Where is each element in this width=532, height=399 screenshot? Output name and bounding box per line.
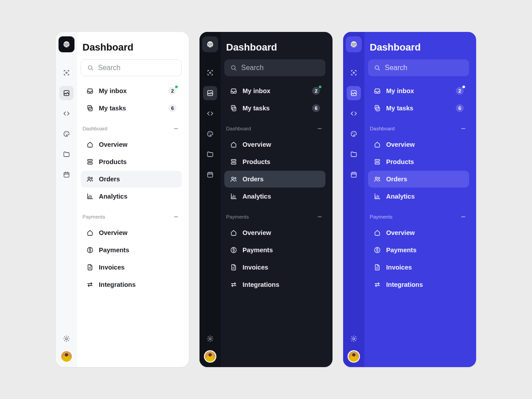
nav-integrations[interactable]: Integrations <box>368 276 469 293</box>
nav-orders[interactable]: Orders <box>224 171 325 188</box>
rail-settings[interactable] <box>59 332 74 346</box>
nav-invoices[interactable]: Invoices <box>81 259 182 276</box>
personal-my tasks[interactable]: My tasks 6 <box>224 100 325 117</box>
logo-icon <box>63 40 70 48</box>
nav-overview[interactable]: Overview <box>368 224 469 241</box>
avatar[interactable] <box>204 350 216 363</box>
count-badge: 2 <box>168 87 176 95</box>
nav-invoices[interactable]: Invoices <box>368 259 469 276</box>
avatar[interactable] <box>60 350 73 363</box>
section-header[interactable]: Payments <box>82 213 180 221</box>
rail-image[interactable] <box>347 86 361 100</box>
folder-icon <box>350 150 358 158</box>
nav-integrations[interactable]: Integrations <box>81 276 182 293</box>
section-header[interactable]: Dashboard <box>226 125 324 133</box>
rail-scan[interactable] <box>59 66 74 80</box>
code-icon <box>350 110 358 117</box>
nav-overview[interactable]: Overview <box>81 224 182 241</box>
rail-calendar[interactable] <box>347 168 361 182</box>
minus-icon <box>316 213 324 221</box>
personal-my inbox[interactable]: My inbox 2 <box>368 82 469 99</box>
section-header[interactable]: Dashboard <box>370 125 467 133</box>
personal-my tasks[interactable]: My tasks 6 <box>81 100 182 117</box>
app-logo[interactable] <box>202 36 218 52</box>
nav-overview[interactable]: Overview <box>81 136 182 153</box>
rail-code[interactable] <box>203 106 217 121</box>
rail-palette[interactable] <box>59 127 74 141</box>
nav-label: Integrations <box>386 281 423 288</box>
nav-payments[interactable]: Payments <box>81 242 182 258</box>
nav-rail <box>56 32 77 367</box>
nav-label: Products <box>386 158 414 165</box>
nav-label: Products <box>99 158 127 165</box>
rail-folder[interactable] <box>59 147 74 161</box>
users-icon <box>86 175 94 183</box>
nav-analytics[interactable]: Analytics <box>368 188 469 205</box>
dollar-icon <box>373 246 381 254</box>
inbox-icon <box>86 87 94 95</box>
gear-icon <box>206 335 214 343</box>
nav-label: Analytics <box>386 193 415 200</box>
rail-calendar[interactable] <box>59 168 74 182</box>
nav-integrations[interactable]: Integrations <box>224 276 325 293</box>
rail-code[interactable] <box>347 106 361 121</box>
nav-payments[interactable]: Payments <box>368 242 469 258</box>
notification-dot <box>319 86 321 88</box>
search-input[interactable]: Search <box>224 59 325 76</box>
section-header[interactable]: Payments <box>226 213 324 221</box>
app-logo[interactable] <box>346 36 362 52</box>
search-icon <box>86 64 94 72</box>
rail-scan[interactable] <box>347 66 361 80</box>
home-icon <box>86 141 94 149</box>
search-input[interactable]: Search <box>368 59 469 76</box>
nav-orders[interactable]: Orders <box>368 171 469 188</box>
search-placeholder: Search <box>98 64 121 72</box>
nav-label: Payments <box>386 246 417 254</box>
nav-analytics[interactable]: Analytics <box>81 188 182 205</box>
rail-settings[interactable] <box>347 332 361 346</box>
chart-icon <box>86 192 94 200</box>
nav-analytics[interactable]: Analytics <box>224 188 325 205</box>
nav-overview[interactable]: Overview <box>368 136 469 153</box>
nav-products[interactable]: Products <box>368 153 469 170</box>
minus-icon <box>459 125 467 133</box>
rail-code[interactable] <box>59 106 74 121</box>
stack-icon <box>86 158 94 166</box>
nav-orders[interactable]: Orders <box>81 171 182 188</box>
personal-my inbox[interactable]: My inbox 2 <box>224 82 325 99</box>
sidebar-dark: Dashboard Search My inbox 2 My tasks 6 D… <box>200 32 332 367</box>
nav-invoices[interactable]: Invoices <box>224 259 325 276</box>
section-title: Dashboard <box>82 126 107 131</box>
nav-label: Overview <box>99 229 128 236</box>
nav-payments[interactable]: Payments <box>224 242 325 258</box>
nav-label: Analytics <box>243 193 271 200</box>
folder-icon <box>63 150 70 158</box>
rail-palette[interactable] <box>347 127 361 141</box>
rail-palette[interactable] <box>203 127 217 141</box>
nav-label: My inbox <box>386 87 414 94</box>
avatar[interactable] <box>348 350 360 363</box>
notification-dot <box>175 86 178 88</box>
home-icon <box>373 141 381 149</box>
rail-calendar[interactable] <box>203 168 217 182</box>
stack-icon <box>230 158 238 166</box>
section-header[interactable]: Payments <box>370 213 467 221</box>
nav-products[interactable]: Products <box>224 153 325 170</box>
rail-image[interactable] <box>203 86 217 100</box>
nav-label: Products <box>243 158 270 165</box>
rail-scan[interactable] <box>203 66 217 80</box>
stack-icon <box>373 158 381 166</box>
search-input[interactable]: Search <box>81 59 182 76</box>
nav-overview[interactable]: Overview <box>224 136 325 153</box>
personal-my tasks[interactable]: My tasks 6 <box>368 100 469 117</box>
rail-image[interactable] <box>59 86 74 100</box>
file-icon <box>230 263 238 271</box>
nav-products[interactable]: Products <box>81 153 182 170</box>
section-header[interactable]: Dashboard <box>82 125 180 133</box>
rail-folder[interactable] <box>347 147 361 161</box>
personal-my inbox[interactable]: My inbox 2 <box>81 82 182 99</box>
app-logo[interactable] <box>59 36 74 52</box>
rail-folder[interactable] <box>203 147 217 161</box>
rail-settings[interactable] <box>203 332 217 346</box>
nav-overview[interactable]: Overview <box>224 224 325 241</box>
